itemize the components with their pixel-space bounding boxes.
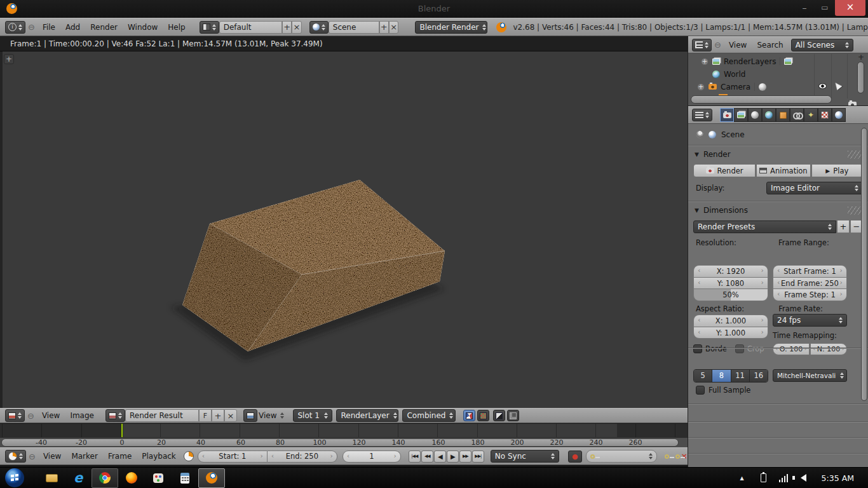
outliner-collapse-icon[interactable]: ⊖ [714, 40, 721, 50]
panel-grip[interactable] [848, 151, 862, 159]
previous-keyframe-button[interactable]: ◀◀ [421, 451, 433, 463]
end-frame-field[interactable]: ‹End Frame: 250› [773, 277, 847, 289]
resolution-x-field[interactable]: ‹X: 1920› [693, 265, 768, 277]
dimensions-panel-header[interactable]: ▼ Dimensions [695, 206, 868, 215]
current-frame-playhead[interactable] [121, 424, 123, 438]
draw-channels-alpha-toggle[interactable] [493, 410, 505, 421]
image-collapse-icon[interactable]: ⊖ [27, 411, 34, 421]
image-unlink-button[interactable]: × [224, 409, 237, 422]
render-panel-header[interactable]: ▼ Render [695, 150, 868, 159]
editor-type-timeline-button[interactable] [5, 450, 26, 463]
render-button[interactable]: Render [693, 164, 756, 177]
play-button[interactable]: ▶ [447, 451, 459, 463]
menu-render[interactable]: Render [85, 23, 123, 32]
view-mode-select[interactable]: View [257, 409, 288, 422]
current-frame-field[interactable]: ‹ 1 › [342, 451, 401, 463]
play-reverse-button[interactable]: ◀ [434, 451, 446, 463]
tool-panel-plus-button[interactable]: + [4, 54, 14, 64]
tray-battery-icon[interactable] [761, 473, 766, 482]
timeline-track[interactable] [0, 423, 688, 437]
expand-icon[interactable]: + [697, 83, 705, 91]
menu-help[interactable]: Help [163, 23, 190, 32]
outliner-row-renderlayers[interactable]: + RenderLayers [701, 55, 792, 67]
taskbar-blender-button[interactable] [198, 468, 225, 488]
resolution-percentage-slider[interactable]: 50% [693, 289, 768, 301]
editor-type-image-button[interactable] [5, 409, 25, 422]
play-render-button[interactable]: ▶ Play [811, 164, 863, 177]
sync-mode-select[interactable]: No Sync [491, 450, 559, 463]
crop-checkbox[interactable] [735, 344, 744, 353]
tab-scene[interactable] [748, 108, 762, 122]
taskbar-chrome-button[interactable] [92, 468, 118, 488]
frame-end-field[interactable]: ‹ End: 250 › [268, 451, 337, 463]
close-button[interactable]: × [835, 0, 865, 16]
scene-add-button[interactable]: + [379, 21, 389, 34]
taskbar-explorer-button[interactable] [38, 468, 65, 488]
frame-step-field[interactable]: ‹Frame Step: 1› [773, 289, 847, 301]
timeline-menu-playback[interactable]: Playback [137, 452, 181, 461]
scene-selector-icon-button[interactable] [309, 21, 329, 34]
tab-render[interactable] [720, 108, 734, 122]
start-frame-field[interactable]: ‹Start Frame: 1› [773, 265, 847, 277]
jump-to-end-button[interactable]: ▶▶| [472, 451, 484, 463]
menu-add[interactable]: Add [60, 23, 85, 32]
remap-new-field[interactable]: ‹N: 100› [810, 343, 847, 355]
fake-user-button[interactable]: F [199, 409, 212, 422]
tray-volume-icon[interactable] [801, 474, 806, 482]
insert-keyframe-icon[interactable] [665, 454, 669, 459]
render-engine-select[interactable]: Blender Render [415, 21, 487, 34]
tray-clock[interactable]: 5:35 AM [822, 473, 854, 483]
scene-name-field[interactable]: Scene [329, 21, 379, 34]
timeline-menu-marker[interactable]: Marker [66, 452, 102, 461]
aa-samples-11-button[interactable]: 11 [731, 370, 750, 382]
scene-delete-button[interactable]: × [389, 21, 398, 34]
panel-grip[interactable] [848, 207, 862, 215]
expand-icon[interactable]: + [701, 58, 709, 65]
outliner-menu-view[interactable]: View [724, 41, 752, 50]
render-presets-select[interactable]: Render Presets [693, 220, 836, 233]
slot-select[interactable]: Slot 1 [293, 409, 332, 422]
image-new-button[interactable]: + [212, 409, 224, 422]
layout-add-button[interactable]: + [282, 21, 292, 34]
draw-channels-color-toggle[interactable] [463, 410, 475, 421]
editor-type-outliner-button[interactable] [692, 39, 712, 51]
visibility-eye-icon[interactable] [818, 83, 827, 89]
aspect-x-field[interactable]: ‹X: 1.000› [693, 315, 768, 327]
aspect-y-field[interactable]: ‹Y: 1.000› [693, 327, 768, 339]
screen-layout-icon-button[interactable] [200, 21, 219, 34]
timeline-ruler[interactable]: -40 -20 0 20 40 60 80 100 120 140 160 18… [0, 437, 688, 447]
taskbar-firefox-button[interactable] [118, 468, 145, 488]
tab-object[interactable] [776, 108, 790, 122]
render-pass-select[interactable]: Combined [402, 409, 456, 422]
image-datablock-icon-button[interactable] [105, 409, 125, 422]
aa-samples-5-button[interactable]: 5 [694, 370, 712, 382]
jump-to-start-button[interactable]: |◀◀ [409, 451, 421, 463]
display-select[interactable]: Image Editor [766, 182, 863, 194]
frame-rate-select[interactable]: 24 fps [773, 314, 847, 327]
draw-channels-z-toggle[interactable] [507, 410, 519, 421]
use-preview-range-toggle[interactable] [184, 451, 194, 461]
outliner-v-scrollbar[interactable] [857, 62, 864, 93]
timeline-menu-view[interactable]: View [38, 452, 66, 461]
timeline-collapse-icon[interactable]: ⊖ [29, 452, 36, 461]
tab-texture[interactable] [818, 108, 832, 122]
render-layer-select[interactable]: RenderLayer [336, 409, 398, 422]
start-button[interactable] [5, 468, 24, 487]
screen-layout-name-field[interactable]: Default [219, 21, 282, 34]
editor-type-properties-button[interactable] [692, 109, 712, 121]
auto-keyframe-record-button[interactable]: ● [568, 451, 582, 463]
aa-filter-select[interactable]: Mitchell-Netravali [773, 369, 847, 382]
taskbar-ie-button[interactable]: e [65, 468, 92, 488]
pin-icon[interactable] [695, 130, 705, 140]
image-menu-image[interactable]: Image [65, 411, 99, 420]
frame-start-field[interactable]: ‹ Start: 1 › [198, 451, 268, 463]
image-menu-view[interactable]: View [37, 411, 65, 420]
tab-render-layers[interactable] [734, 108, 748, 122]
properties-v-scrollbar[interactable] [861, 128, 867, 401]
animation-button[interactable]: Animation [756, 164, 811, 177]
aa-samples-16-button[interactable]: 16 [750, 370, 768, 382]
taskbar-paint-button[interactable] [145, 468, 172, 488]
full-sample-checkbox[interactable] [696, 386, 705, 395]
tray-network-icon[interactable] [779, 474, 789, 482]
view-pin-icon-button[interactable] [243, 409, 257, 422]
